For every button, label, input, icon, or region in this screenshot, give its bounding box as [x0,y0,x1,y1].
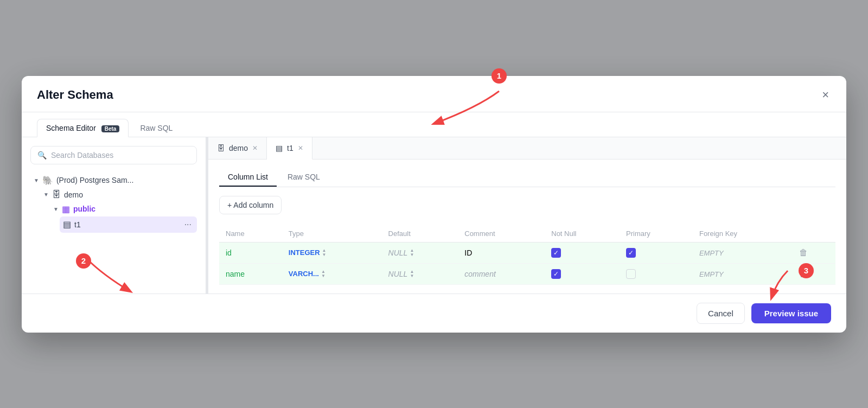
row-type-id[interactable]: INTEGER ▲ ▼ [282,242,382,263]
search-icon: 🔍 [37,151,47,160]
preview-issue-button[interactable]: Preview issue [751,303,831,323]
modal-title: Alter Schema [37,88,113,102]
row-actions-name[interactable]: 🗑 [793,263,835,284]
row-primary-name[interactable] [620,263,693,284]
row-default-name[interactable]: NULL ▲ ▼ [382,263,458,284]
sort-arrows-default[interactable]: ▲ ▼ [410,248,414,257]
tree-item-postgres[interactable]: ▼ 🐘 (Prod) Postgres Sam... [30,173,197,188]
table-icon: ▤ [63,219,71,229]
col-header-primary: Primary [620,225,693,243]
db-tab-demo-label: demo [229,144,248,152]
table-group-icon: ▦ [62,204,70,214]
row-comment-name: comment [458,263,545,284]
cancel-button[interactable]: Cancel [697,303,745,324]
db-tab-t1-label: t1 [287,144,293,152]
primary-checkbox-name[interactable] [626,269,636,279]
row-comment-id: ID [458,242,545,263]
db-tabs-bar: 🗄 demo ✕ ▤ t1 ✕ [208,137,846,160]
demo-label: demo [64,190,83,199]
row-type-name[interactable]: VARCH... ▲ ▼ [282,263,382,284]
sort-arrows-type-name[interactable]: ▲ ▼ [321,270,326,278]
tree-item-demo[interactable]: ▼ 🗄 demo [40,188,197,202]
row-name-id: id [219,242,282,263]
column-list-area: Column List Raw SQL + Add column Name Ty… [208,160,846,294]
beta-badge: Beta [101,125,120,132]
row-not-null-id[interactable]: ✓ [545,242,620,263]
tab-raw-sql[interactable]: Raw SQL [131,119,182,137]
row-not-null-name[interactable]: ✓ [545,263,620,284]
col-header-comment: Comment [458,225,545,243]
db-tab-demo[interactable]: 🗄 demo ✕ [208,137,267,159]
add-column-button[interactable]: + Add column [219,196,282,214]
col-header-not-null: Not Null [545,225,620,243]
row-primary-id[interactable]: ✓ [620,242,693,263]
database-tree: ▼ 🐘 (Prod) Postgres Sam... ▼ 🗄 demo [30,173,197,233]
primary-checkbox-id[interactable]: ✓ [626,248,636,258]
postgres-label: (Prod) Postgres Sam... [56,176,133,184]
tree-item-t1[interactable]: ▤ t1 ··· [60,216,197,233]
col-header-type: Type [282,225,382,243]
top-tabs: Schema Editor Beta Raw SQL [22,112,846,137]
modal-header: Alter Schema × [22,76,846,112]
delete-row-id-button[interactable]: 🗑 [799,248,808,258]
public-label: public [73,205,95,213]
sort-arrows[interactable]: ▲ ▼ [322,248,327,257]
tab-schema-editor[interactable]: Schema Editor Beta [37,119,129,137]
col-header-actions [793,225,835,243]
modal-footer: Cancel Preview issue [22,294,846,333]
main-content: 🗄 demo ✕ ▤ t1 ✕ [208,137,846,294]
modal-body: 🔍 ▼ 🐘 (Prod) Postgres Sam... ▼ [22,137,846,294]
more-options-button[interactable]: ··· [182,219,194,231]
table-header-row: Name Type Default Comment Not Null Prima… [219,225,835,243]
sub-tab-raw-sql[interactable]: Raw SQL [279,168,329,187]
not-null-checkbox-name[interactable]: ✓ [551,269,561,279]
close-button[interactable]: × [820,87,831,103]
search-box[interactable]: 🔍 [30,146,197,164]
search-input[interactable] [51,151,190,160]
db-tab-t1[interactable]: ▤ t1 ✕ [267,137,312,160]
expand-arrow: ▼ [43,192,49,197]
not-null-checkbox-id[interactable]: ✓ [551,248,561,258]
alter-schema-modal: Alter Schema × Schema Editor Beta Raw SQ… [22,76,846,333]
row-name-name: name [219,263,282,284]
row-actions-id[interactable]: 🗑 [793,242,835,263]
sidebar: 🔍 ▼ 🐘 (Prod) Postgres Sam... ▼ [22,137,206,294]
sort-arrows-default-name[interactable]: ▲ ▼ [410,270,414,278]
col-header-foreign-key: Foreign Key [693,225,793,243]
db-icon: 🗄 [217,144,225,152]
table-icon: ▤ [276,144,283,152]
table-row: name VARCH... ▲ ▼ [219,263,835,284]
delete-row-name-button[interactable]: 🗑 [799,269,808,279]
col-header-name: Name [219,225,282,243]
expand-arrow: ▼ [53,206,59,212]
sub-tab-column-list[interactable]: Column List [219,168,277,187]
schema-table: Name Type Default Comment Not Null Prima… [219,225,835,285]
table-row: id INTEGER ▲ ▼ [219,242,835,263]
col-header-default: Default [382,225,458,243]
schema-icon: 🗄 [52,190,61,200]
t1-label: t1 [74,220,81,229]
sub-tabs: Column List Raw SQL [219,168,835,187]
db-tab-close-t1[interactable]: ✕ [298,145,303,151]
postgres-icon: 🐘 [42,175,53,186]
row-foreign-key-name: EMPTY [693,263,793,284]
row-default-id[interactable]: NULL ▲ ▼ [382,242,458,263]
db-tab-close-demo[interactable]: ✕ [252,145,258,151]
tree-item-public[interactable]: ▼ ▦ public [50,202,197,216]
row-foreign-key-id: EMPTY [693,242,793,263]
expand-arrow: ▼ [34,177,39,183]
